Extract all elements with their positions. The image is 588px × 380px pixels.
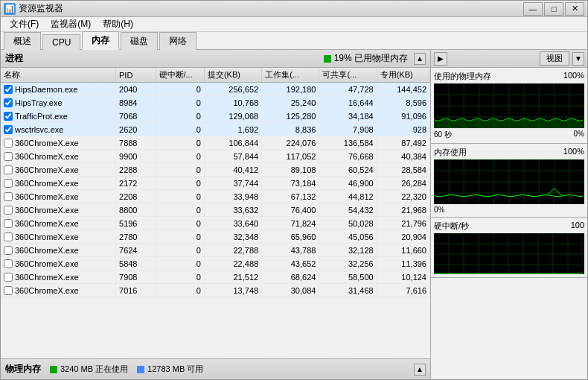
tab-disk[interactable]: 磁盘 [121, 32, 158, 50]
table-row: 360ChromeX.exe2172037,74473,18446,90026,… [1, 177, 430, 190]
process-shareable: 54,432 [319, 203, 377, 217]
process-private: 87,492 [377, 136, 429, 150]
memory-collapse-icon[interactable]: ▲ [414, 364, 426, 376]
left-panel: 进程 19% 已用物理内存 ▲ 名称 PID 硬中断 [1, 50, 431, 379]
process-shareable: 58,500 [319, 270, 377, 284]
table-row: HipsTray.exe8984010,76825,24016,6448,596 [1, 96, 430, 110]
col-hard-interrupt[interactable]: 硬中断/... [156, 68, 204, 83]
process-checkbox[interactable] [4, 246, 13, 255]
table-row: wsctrlsvc.exe262001,6928,8367,908928 [1, 123, 430, 136]
process-hard-interrupt: 0 [156, 284, 204, 297]
table-row: 360ChromeX.exe7908021,51268,62458,50010,… [1, 270, 430, 284]
process-checkbox[interactable] [4, 85, 13, 94]
process-checkbox[interactable] [4, 259, 13, 268]
col-commit[interactable]: 提交(KB) [204, 68, 261, 83]
view-dropdown-button[interactable]: ▼ [572, 52, 584, 66]
memory-bar-label: 物理内存 [5, 363, 41, 376]
table-row: 360ChromeX.exe5196033,64071,82450,02821,… [1, 217, 430, 230]
graph-canvas-3 [434, 233, 584, 274]
col-name[interactable]: 名称 [1, 68, 116, 83]
process-pid: 8800 [116, 203, 156, 217]
col-shareable[interactable]: 可共享(... [319, 68, 377, 83]
process-commit: 1,692 [204, 123, 261, 136]
process-commit: 13,748 [204, 284, 261, 297]
process-checkbox[interactable] [4, 165, 13, 174]
process-checkbox[interactable] [4, 192, 13, 201]
maximize-button[interactable]: □ [544, 2, 563, 16]
process-pid: 8984 [116, 96, 156, 110]
graph-header-3: 硬中断/秒 100 [434, 221, 584, 232]
graph-footer-2: 0% [434, 206, 584, 214]
process-hard-interrupt: 0 [156, 177, 204, 190]
process-name: 360ChromeX.exe [15, 139, 79, 148]
process-section-header: 进程 19% 已用物理内存 ▲ [1, 50, 430, 68]
process-checkbox[interactable] [4, 179, 13, 188]
graph-footer-1: 60 秒 0% [434, 130, 584, 140]
process-checkbox[interactable] [4, 139, 13, 148]
col-pid[interactable]: PID [116, 68, 156, 83]
process-commit: 57,844 [204, 150, 261, 163]
title-controls: — □ ✕ [523, 2, 584, 16]
process-checkbox[interactable] [4, 206, 13, 215]
close-button[interactable]: ✕ [565, 2, 584, 16]
view-button[interactable]: 视图 [540, 51, 569, 66]
process-commit: 22,788 [204, 244, 261, 257]
process-hard-interrupt: 0 [156, 163, 204, 177]
process-name: 360ChromeX.exe [15, 286, 79, 295]
expand-button[interactable]: ▶ [434, 52, 447, 66]
process-working-set: 89,108 [262, 163, 319, 177]
process-name: TrafficProt.exe [15, 112, 68, 121]
process-name: 360ChromeX.exe [15, 192, 79, 201]
menu-help[interactable]: 帮助(H) [97, 16, 139, 32]
process-hard-interrupt: 0 [156, 217, 204, 230]
process-checkbox[interactable] [4, 152, 13, 161]
tab-cpu[interactable]: CPU [42, 34, 80, 50]
process-name: 360ChromeX.exe [15, 206, 79, 215]
process-shareable: 50,028 [319, 217, 377, 230]
process-hard-interrupt: 0 [156, 257, 204, 270]
tab-memory[interactable]: 内存 [82, 31, 119, 50]
col-private[interactable]: 专用(KB) [377, 68, 429, 83]
process-collapse-button[interactable]: ▲ [414, 53, 426, 65]
process-checkbox[interactable] [4, 112, 13, 121]
table-row: 360ChromeX.exe8800033,63276,40054,43221,… [1, 203, 430, 217]
process-table: 名称 PID 硬中断/... 提交(KB) 工作集(... 可共享(... 专用… [1, 68, 430, 297]
process-working-set: 117,052 [262, 150, 319, 163]
process-checkbox[interactable] [4, 98, 13, 107]
tab-overview[interactable]: 概述 [4, 32, 41, 50]
graph-title-2: 内存使用 [434, 147, 467, 158]
tab-network[interactable]: 网络 [159, 32, 196, 50]
process-table-wrapper[interactable]: 名称 PID 硬中断/... 提交(KB) 工作集(... 可共享(... 专用… [1, 68, 430, 358]
title-bar: 📊 资源监视器 — □ ✕ [1, 1, 587, 17]
process-pid: 2288 [116, 163, 156, 177]
process-working-set: 125,280 [262, 110, 319, 123]
menu-monitor[interactable]: 监视器(M) [45, 16, 97, 32]
process-name-cell: 360ChromeX.exe [1, 136, 116, 150]
memory-available-color [137, 366, 144, 373]
process-status-text: 19% 已用物理内存 [334, 52, 408, 65]
menu-file[interactable]: 文件(F) [4, 16, 45, 32]
process-name-cell: 360ChromeX.exe [1, 177, 116, 190]
process-private: 91,096 [377, 110, 429, 123]
right-panel: ▶ 视图 ▼ 使用的物理内存 100% 60 秒 0% [431, 50, 587, 379]
process-commit: 21,512 [204, 270, 261, 284]
tab-bar: 概述 CPU 内存 磁盘 网络 [1, 32, 587, 50]
minimize-button[interactable]: — [523, 2, 543, 16]
process-working-set: 65,960 [262, 230, 319, 244]
memory-collapse-button[interactable]: ▲ [414, 364, 426, 376]
process-checkbox[interactable] [4, 286, 13, 295]
physical-memory-graph-section: 使用的物理内存 100% 60 秒 0% [431, 68, 587, 144]
process-checkbox[interactable] [4, 232, 13, 241]
process-hard-interrupt: 0 [156, 136, 204, 150]
process-pid: 7068 [116, 110, 156, 123]
process-working-set: 68,624 [262, 270, 319, 284]
process-checkbox[interactable] [4, 125, 13, 134]
process-checkbox[interactable] [4, 273, 13, 282]
process-pid: 7888 [116, 136, 156, 150]
process-checkbox[interactable] [4, 219, 13, 228]
process-shareable: 32,128 [319, 244, 377, 257]
process-name-cell: 360ChromeX.exe [1, 163, 116, 177]
col-working-set[interactable]: 工作集(... [262, 68, 319, 83]
process-hard-interrupt: 0 [156, 123, 204, 136]
process-shareable: 45,056 [319, 230, 377, 244]
